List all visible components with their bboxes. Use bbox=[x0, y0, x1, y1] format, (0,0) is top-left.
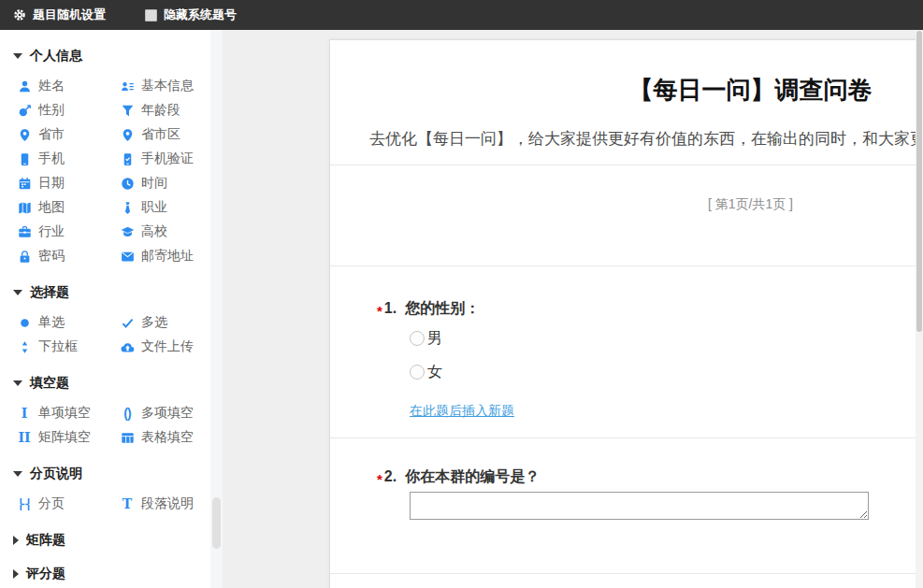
sidebar-item[interactable]: 表格填空 bbox=[120, 425, 210, 450]
cloud-upload-icon bbox=[120, 339, 135, 354]
item-label: 单选 bbox=[38, 314, 65, 331]
clock-icon bbox=[120, 176, 135, 191]
sidebar-item[interactable]: T段落说明 bbox=[120, 492, 210, 516]
gender-icon bbox=[17, 103, 32, 118]
item-label: 段落说明 bbox=[141, 495, 194, 512]
sidebar-item[interactable]: 行业 bbox=[17, 220, 120, 244]
page-break-icon bbox=[17, 496, 32, 511]
lock-icon bbox=[17, 249, 32, 264]
hide-system-number-toggle[interactable]: 隐藏系统题号 bbox=[145, 7, 237, 23]
location-icon bbox=[17, 127, 32, 142]
dropdown-arrows-icon bbox=[17, 339, 32, 354]
answer-textarea[interactable] bbox=[410, 492, 869, 520]
sidebar-item[interactable]: ()多项填空 bbox=[120, 401, 210, 425]
mail-icon bbox=[120, 249, 135, 264]
sidebar-item[interactable]: 省市 bbox=[17, 122, 120, 147]
divider bbox=[330, 165, 923, 165]
item-label: 时间 bbox=[141, 175, 167, 192]
random-settings-button[interactable]: 题目随机设置 bbox=[13, 7, 106, 23]
sidebar-item[interactable]: 地图 bbox=[17, 195, 120, 220]
sidebar-item[interactable]: 分页 bbox=[17, 492, 120, 516]
section-items: 单选多选下拉框文件上传 bbox=[0, 310, 210, 359]
sidebar-item[interactable]: 性别 bbox=[17, 98, 120, 122]
mobile-icon bbox=[17, 151, 32, 166]
user-icon bbox=[17, 79, 32, 93]
random-settings-label: 题目随机设置 bbox=[33, 7, 106, 23]
section-label: 评分题 bbox=[26, 566, 65, 582]
contacts-icon bbox=[120, 79, 135, 93]
sidebar-item[interactable]: 高校 bbox=[120, 220, 210, 244]
sidebar-item[interactable]: 日期 bbox=[17, 171, 120, 195]
sidebar-item[interactable]: 下拉框 bbox=[17, 335, 120, 359]
item-label: 年龄段 bbox=[141, 102, 180, 119]
item-label: 职业 bbox=[141, 199, 167, 216]
page-indicator: [ 第1页/共1页 ] bbox=[330, 196, 923, 213]
item-label: 日期 bbox=[38, 175, 65, 192]
hide-system-number-checkbox[interactable] bbox=[145, 9, 157, 22]
sidebar-item[interactable]: I单项填空 bbox=[17, 401, 120, 425]
sidebar-section-header[interactable]: 个人信息 bbox=[13, 47, 210, 65]
triangle-down-icon bbox=[13, 53, 22, 59]
question-text: 你在本群的编号是？ bbox=[405, 467, 540, 487]
survey-description: 去优化【每日一问】，给大家提供更好有价值的东西，在输出的同时，和大家更好的 bbox=[330, 129, 923, 150]
sidebar-item[interactable]: 单选 bbox=[17, 310, 120, 335]
item-label: 分页 bbox=[38, 495, 65, 512]
sidebar-section-header[interactable]: 分页说明 bbox=[13, 465, 210, 483]
sidebar-item[interactable]: 密码 bbox=[17, 244, 120, 268]
survey-title: 【每日一问】调查问卷 bbox=[330, 76, 923, 104]
sidebar-item[interactable]: 邮寄地址 bbox=[120, 244, 210, 268]
sidebar-item[interactable]: 职业 bbox=[120, 195, 210, 220]
sidebar-item[interactable]: 时间 bbox=[120, 171, 210, 195]
triangle-down-icon bbox=[13, 380, 22, 386]
sidebar-item[interactable]: 姓名 bbox=[17, 74, 120, 98]
question-list: *1.您的性别：男女在此题后插入新题*2.你在本群的编号是？ bbox=[330, 266, 923, 574]
required-star: * bbox=[377, 471, 382, 487]
sidebar-item[interactable]: 文件上传 bbox=[120, 335, 210, 359]
sidebar-item[interactable]: 省市区 bbox=[120, 122, 210, 147]
window-scrollbar-thumb[interactable] bbox=[916, 31, 922, 332]
paragraph-text-icon: T bbox=[120, 496, 135, 511]
multi-blank-icon: () bbox=[120, 406, 135, 421]
question-block: *1.您的性别：男女在此题后插入新题 bbox=[330, 266, 923, 437]
section-label: 填空题 bbox=[30, 375, 69, 392]
question-header: *1.您的性别： bbox=[377, 299, 923, 318]
sidebar-item[interactable]: 手机 bbox=[17, 147, 120, 171]
item-label: 姓名 bbox=[38, 78, 65, 94]
sidebar-section-header[interactable]: 矩阵题 bbox=[13, 531, 210, 550]
radio-option[interactable]: 男 bbox=[410, 329, 923, 348]
item-label: 多项填空 bbox=[141, 405, 194, 422]
calendar-icon bbox=[17, 176, 32, 191]
triangle-right-icon bbox=[13, 536, 19, 545]
question-header: *2.你在本群的编号是？ bbox=[377, 467, 923, 486]
checkmark-icon bbox=[120, 315, 135, 330]
item-label: 手机验证 bbox=[141, 151, 194, 167]
tie-icon bbox=[120, 200, 135, 215]
survey-preview-panel: 【每日一问】调查问卷 去优化【每日一问】，给大家提供更好有价值的东西，在输出的同… bbox=[329, 39, 923, 588]
sidebar-item[interactable]: II矩阵填空 bbox=[17, 425, 120, 450]
sidebar-scrollbar-thumb[interactable] bbox=[212, 497, 221, 549]
insert-question-link[interactable]: 在此题后插入新题 bbox=[410, 403, 514, 420]
item-label: 手机 bbox=[38, 151, 65, 167]
sidebar-scrollbar[interactable] bbox=[210, 30, 223, 588]
map-icon bbox=[17, 200, 32, 215]
radio-button-icon[interactable] bbox=[410, 331, 425, 346]
sidebar-item[interactable]: 年龄段 bbox=[120, 98, 210, 122]
required-star: * bbox=[377, 303, 382, 319]
section-items: 分页T段落说明 bbox=[0, 492, 210, 516]
sidebar-item[interactable]: 基本信息 bbox=[120, 74, 210, 98]
item-label: 省市 bbox=[38, 126, 65, 143]
radio-button-icon[interactable] bbox=[410, 365, 425, 380]
sidebar-section-header[interactable]: 评分题 bbox=[13, 565, 210, 583]
window-scrollbar[interactable] bbox=[916, 30, 923, 588]
radio-option[interactable]: 女 bbox=[410, 363, 923, 381]
sidebar-item[interactable]: 手机验证 bbox=[120, 147, 210, 171]
sidebar-section-header[interactable]: 填空题 bbox=[13, 374, 210, 393]
item-label: 文件上传 bbox=[141, 338, 194, 355]
section-label: 分页说明 bbox=[30, 466, 82, 482]
age-filter-icon bbox=[120, 103, 135, 118]
section-items: 姓名基本信息性别年龄段省市省市区手机手机验证日期时间地图职业行业高校密码邮寄地址 bbox=[0, 74, 210, 268]
triangle-down-icon bbox=[13, 290, 22, 295]
section-label: 选择题 bbox=[30, 284, 69, 301]
sidebar-item[interactable]: 多选 bbox=[120, 310, 210, 335]
sidebar-section-header[interactable]: 选择题 bbox=[13, 283, 210, 302]
